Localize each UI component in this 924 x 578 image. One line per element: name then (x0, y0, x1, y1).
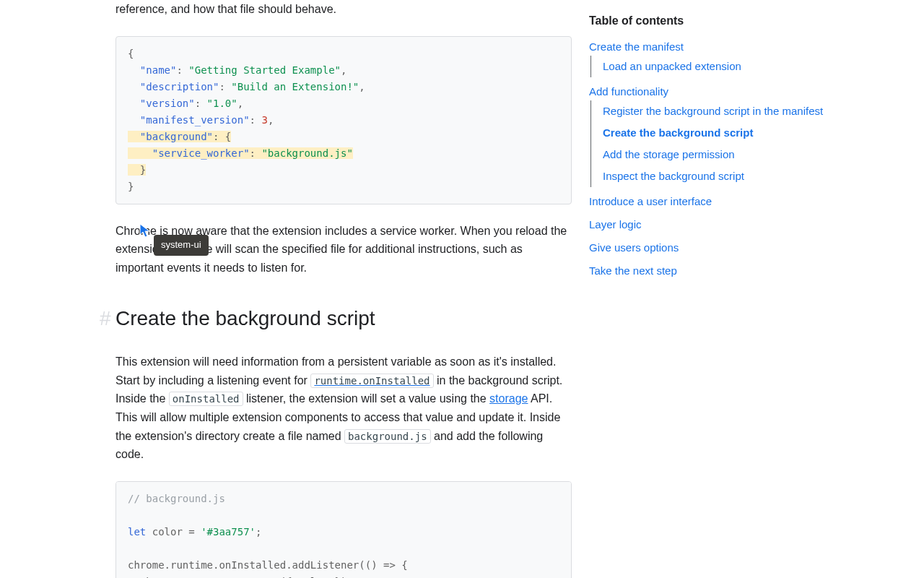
toc-link[interactable]: Layer logic (589, 218, 642, 230)
storage-api-link[interactable]: storage (489, 392, 528, 405)
toc-link[interactable]: Give users options (589, 241, 679, 254)
sidebar-toc: Table of contents Create the manifestLoa… (589, 0, 924, 578)
toc-link[interactable]: Load an unpacked extension (603, 60, 741, 72)
toc-link[interactable]: Add the storage permission (603, 148, 735, 160)
manifest-json-code: { "name": "Getting Started Example", "de… (116, 36, 572, 204)
post-code-paragraph: Chrome is now aware that the extension i… (116, 222, 572, 277)
toc-link[interactable]: Introduce a user interface (589, 195, 712, 207)
article-main: reference, and how that file should beha… (0, 0, 589, 578)
runtime-oninstalled-link[interactable]: runtime.onInstalled (310, 374, 433, 387)
toc-link[interactable]: Create the manifest (589, 40, 684, 53)
toc-link[interactable]: Create the background script (603, 126, 753, 139)
intro-partial-line: reference, and how that file should beha… (116, 0, 572, 19)
toc-link[interactable]: Register the background script in the ma… (603, 105, 823, 117)
toc-link[interactable]: Add functionality (589, 85, 668, 98)
background-js-inline-code: background.js (344, 429, 431, 444)
toc-nav: Create the manifestLoad an unpacked exte… (589, 36, 907, 282)
section-heading-create-background-script: # Create the background script (116, 303, 572, 335)
toc-title: Table of contents (589, 12, 907, 30)
toc-link[interactable]: Inspect the background script (603, 170, 744, 182)
oninstalled-inline-code: onInstalled (169, 392, 243, 406)
heading-text: Create the background script (116, 307, 375, 329)
background-js-code: // background.js let color = '#3aa757'; … (116, 481, 572, 578)
heading-anchor-hash[interactable]: # (100, 303, 111, 335)
toc-link[interactable]: Take the next step (589, 264, 677, 277)
body-paragraph-2: This extension will need information fro… (116, 353, 572, 464)
